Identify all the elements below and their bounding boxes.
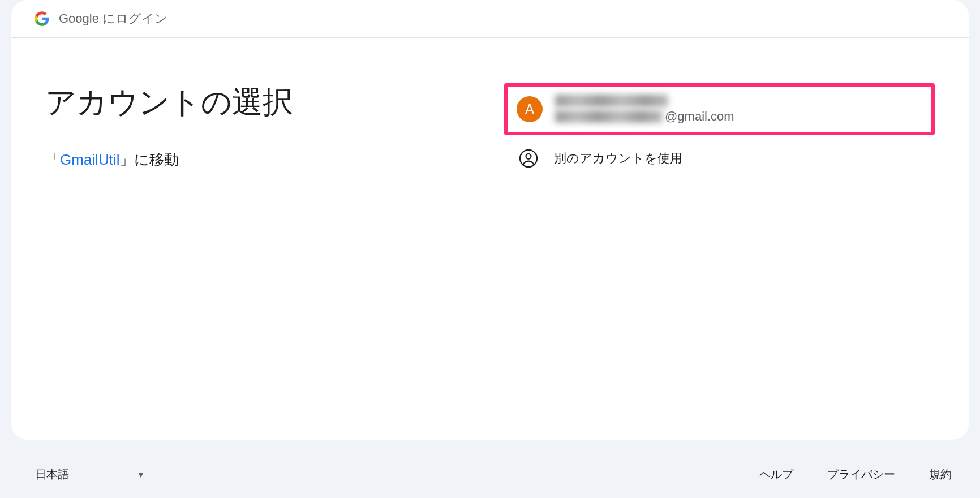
svg-point-1 (526, 154, 531, 159)
use-another-account-label: 別のアカウントを使用 (554, 150, 682, 167)
header-title: Google にログイン (59, 10, 167, 27)
help-link[interactable]: ヘルプ (759, 467, 793, 482)
language-selector[interactable]: 日本語 ▼ (28, 462, 152, 487)
account-email-suffix: @gmail.com (665, 109, 734, 124)
card-content: アカウントの選択 「GmailUtil」に移動 A (11, 38, 969, 440)
avatar-letter: A (525, 101, 534, 117)
right-panel: A @gmail.com (498, 83, 935, 428)
account-email-row: @gmail.com (555, 109, 922, 124)
card-header: Google にログイン (11, 0, 969, 38)
account-item-1[interactable]: A @gmail.com (504, 83, 935, 135)
account-email-prefix-blurred (555, 110, 663, 123)
footer: 日本語 ▼ ヘルプ プライバシー 規約 (0, 457, 980, 498)
app-name-link[interactable]: GmailUtil (60, 151, 119, 168)
language-label: 日本語 (35, 467, 69, 482)
terms-link[interactable]: 規約 (929, 467, 952, 482)
use-another-account-item[interactable]: 別のアカウントを使用 (504, 135, 935, 182)
account-name-row (555, 95, 922, 107)
login-card: Google にログイン アカウントの選択 「GmailUtil」に移動 A (11, 0, 969, 440)
chevron-down-icon: ▼ (137, 470, 145, 479)
avatar: A (517, 96, 543, 122)
page-heading: アカウントの選択 (45, 83, 476, 122)
google-logo-icon (34, 11, 50, 27)
footer-links: ヘルプ プライバシー 規約 (759, 467, 952, 482)
account-text: @gmail.com (555, 95, 922, 124)
subtitle-suffix: 」に移動 (119, 151, 179, 168)
account-list: A @gmail.com (504, 83, 935, 182)
person-circle-icon (515, 145, 541, 171)
account-name-blurred (555, 95, 668, 107)
left-panel: アカウントの選択 「GmailUtil」に移動 (45, 83, 498, 428)
subtitle-prefix: 「 (45, 151, 60, 168)
subtitle: 「GmailUtil」に移動 (45, 150, 476, 170)
privacy-link[interactable]: プライバシー (827, 467, 895, 482)
